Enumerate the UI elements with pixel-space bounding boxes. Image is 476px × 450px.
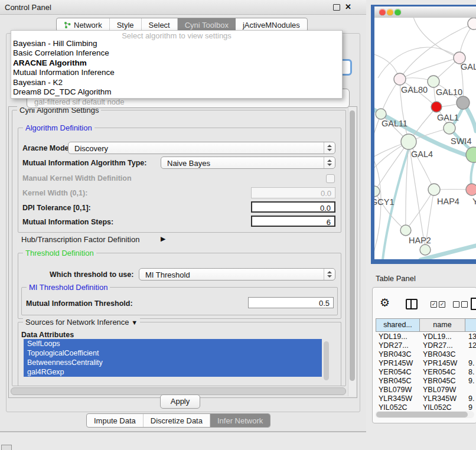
node-label-swi4: SWI4 <box>451 136 471 146</box>
aracne-mode-combo[interactable]: Discovery <box>68 142 335 154</box>
checked-pair-icon[interactable]: ✓✓ <box>431 301 445 308</box>
manual-kernel-label: Manual Kernel Width Definition <box>22 174 132 182</box>
network-node[interactable] <box>400 225 411 236</box>
mi-steps-label: Mutual Information Steps: <box>22 218 113 226</box>
algorithm-option-bayesian-hill-climbing[interactable]: Bayesian - Hill Climbing <box>11 39 342 48</box>
network-node[interactable] <box>401 134 416 149</box>
table-row[interactable]: YPR145WYPR145W9. <box>376 359 476 368</box>
tab-network[interactable]: Network <box>57 18 110 31</box>
tab-style[interactable]: Style <box>110 18 142 31</box>
algorithm-option-basic-correlation-inference[interactable]: Basic Correlation Inference <box>11 48 342 58</box>
expand-arrow-icon[interactable]: ▶ <box>161 235 165 243</box>
table-cell: YBR043C <box>420 350 465 359</box>
tab-infer-network[interactable]: Infer Network <box>210 414 270 427</box>
close-button[interactable] <box>379 9 386 15</box>
attribute-item-gal4rgexp[interactable]: gal4RGexp <box>24 367 322 377</box>
apply-button[interactable]: Apply <box>160 394 200 409</box>
float-panel-icon[interactable] <box>333 4 340 11</box>
tab-jactivemnodules[interactable]: jActiveMNodules <box>236 18 307 31</box>
network-node[interactable] <box>466 184 476 195</box>
table-cell: YDL19... <box>376 332 420 341</box>
node-label-gal: GAL <box>461 62 476 71</box>
close-icon[interactable]: ✕ <box>345 2 351 11</box>
unchecked-pair-icon[interactable] <box>453 301 468 308</box>
table-hscroll-thumb[interactable] <box>376 412 468 418</box>
network-node[interactable] <box>457 96 470 109</box>
mi-algorithm-type-value: Naive Bayes <box>167 159 210 168</box>
sources-legend: Sources for Network Inference ▼ <box>23 318 140 327</box>
tab-label: Select <box>149 21 170 30</box>
network-canvas[interactable]: GALGAL80GAL10GAL11GAL1SWI4GAL4GCY1HAP4YH… <box>374 18 476 259</box>
node-label-gal1: GAL1 <box>437 113 459 122</box>
attributes-scrollbar[interactable] <box>324 341 329 380</box>
network-node[interactable] <box>431 102 442 112</box>
which-threshold-label: Which threshold to use: <box>50 270 133 279</box>
control-panel-titlebar: Control Panel ✕ <box>0 0 366 15</box>
network-node[interactable] <box>444 122 455 134</box>
network-icon <box>64 21 71 28</box>
data-attributes-label: Data Attributes <box>21 331 74 339</box>
mi-algorithm-type-combo[interactable]: Naive Bayes <box>161 156 335 169</box>
network-node[interactable] <box>374 186 380 197</box>
tab-select[interactable]: Select <box>142 18 178 31</box>
attribute-item-selfloops[interactable]: SelfLoops <box>24 339 322 348</box>
manual-kernel-checkbox[interactable] <box>326 174 335 183</box>
algorithm-list: Bayesian - Hill ClimbingBasic Correlatio… <box>11 39 342 97</box>
node-label-hap4: HAP4 <box>437 197 459 206</box>
which-threshold-value: MI Threshold <box>145 270 190 279</box>
split-columns-icon[interactable] <box>406 299 418 309</box>
table-row[interactable]: YDR27...YDR27...12 <box>376 341 476 350</box>
tab-cyni-toolbox[interactable]: Cyni Toolbox <box>178 18 236 31</box>
tab-impute-data[interactable]: Impute Data <box>87 414 144 427</box>
algorithm-option-aracne-algorithm[interactable]: ARACNE Algorithm <box>11 58 342 68</box>
table-row[interactable]: YER054CYER054C8. <box>376 368 476 377</box>
table-row[interactable]: YBL079WYBL079W <box>376 386 476 394</box>
network-edge <box>413 18 459 58</box>
algorithm-option-dream8-dc-tdc-algorithm[interactable]: Dream8 DC_TDC Algorithm <box>11 87 342 97</box>
table-cell: 12 <box>465 341 476 350</box>
table-cell: YBL079W <box>376 386 420 394</box>
node-label-y: Y <box>472 197 476 206</box>
zoom-button[interactable] <box>395 9 401 15</box>
table-row[interactable]: YDL19...YDL19...13 <box>376 332 476 341</box>
minimize-button[interactable] <box>387 9 393 15</box>
algorithm-option-bayesian-k2[interactable]: Bayesian - K2 <box>11 78 342 87</box>
settings-vscroll-thumb[interactable] <box>350 110 355 381</box>
data-attributes-list[interactable]: SelfLoopsTopologicalCoefficientBetweenne… <box>24 339 335 384</box>
network-view-window: GALGAL80GAL10GAL11GAL1SWI4GAL4GCY1HAP4YH… <box>371 5 476 264</box>
tab-label: Network <box>74 21 102 30</box>
mi-threshold-field[interactable]: 0.5 <box>248 297 334 308</box>
settings-vscrollbar[interactable] <box>348 107 356 396</box>
node-label-gal4: GAL4 <box>411 149 433 159</box>
page-icon[interactable] <box>471 298 476 310</box>
attribute-item-topologicalcoefficient[interactable]: TopologicalCoefficient <box>24 348 322 358</box>
table-hscrollbar[interactable] <box>375 411 474 418</box>
dpi-tolerance-field[interactable]: 0.0 <box>251 201 335 213</box>
attribute-item-betweennesscentrality[interactable]: BetweennessCentrality <box>24 358 322 367</box>
node-label-gal11: GAL11 <box>382 119 407 128</box>
column-header-a[interactable]: A <box>465 318 476 332</box>
mi-steps-field[interactable]: 6 <box>251 216 335 227</box>
network-node[interactable] <box>428 184 440 195</box>
kernel-width-field[interactable]: 0.0 <box>251 187 335 198</box>
algorithm-option-mutual-information-inference[interactable]: Mutual Information Inference <box>11 68 342 77</box>
table-row[interactable]: YLR345WYLR345W9. <box>376 394 476 403</box>
table-row[interactable]: YBR045CYBR045C9. <box>376 377 476 386</box>
network-node[interactable] <box>468 18 476 30</box>
minimized-panel-icon[interactable] <box>1 445 12 450</box>
network-node[interactable] <box>376 109 386 119</box>
network-node[interactable] <box>428 76 439 87</box>
tab-label: jActiveMNodules <box>243 21 300 30</box>
collapse-arrow-icon[interactable]: ▼ <box>131 319 138 326</box>
gear-icon[interactable]: ⚙ <box>380 297 390 308</box>
tab-discretize-data[interactable]: Discretize Data <box>144 414 210 427</box>
which-threshold-combo[interactable]: MI Threshold <box>139 268 335 281</box>
hub-definition-label[interactable]: Hub/Transcription Factor Definition <box>21 235 139 244</box>
network-node[interactable] <box>420 244 431 255</box>
table-cell: 9. <box>465 377 476 386</box>
network-node[interactable] <box>466 147 476 162</box>
network-node[interactable] <box>394 73 406 85</box>
table-row[interactable]: YBR043CYBR043C <box>376 350 476 359</box>
column-header-name[interactable]: name <box>420 318 465 332</box>
column-header-shared[interactable]: shared... <box>376 318 420 332</box>
